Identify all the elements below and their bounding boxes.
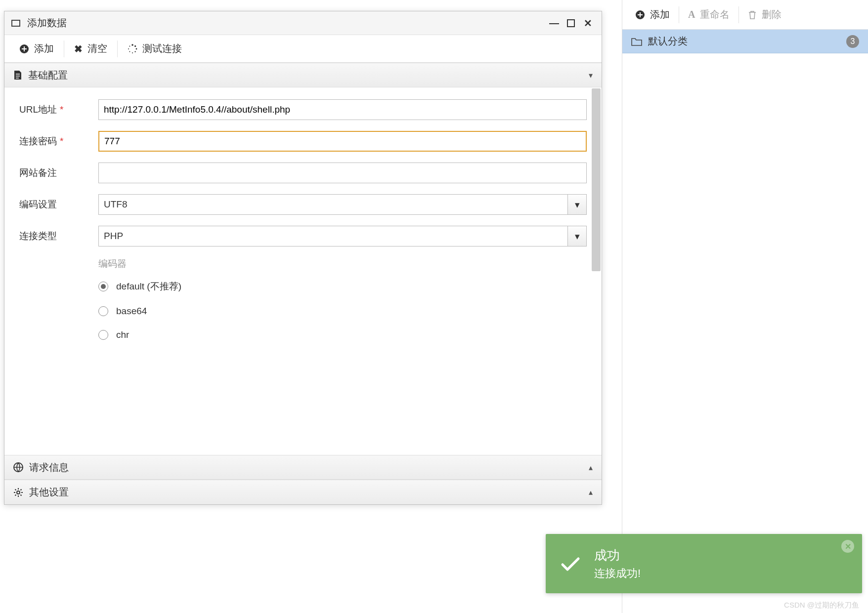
section-basic-title: 基础配置 [28,69,68,82]
folder-icon [631,37,642,46]
form-row-password: 连接密码* [19,131,587,152]
form-row-note: 网站备注 [19,163,587,183]
x-icon: ✖ [74,43,83,55]
encoding-label: 编码设置 [19,198,98,211]
password-label: 连接密码* [19,135,98,148]
encoder-chr-label: chr [116,329,129,340]
spinner-icon [128,44,137,54]
right-toolbar: 添加 A 重命名 删除 [622,0,868,30]
radio-icon [98,330,108,340]
section-other-title: 其他设置 [29,486,69,499]
encoding-select[interactable]: UTF8 ▾ [98,194,587,215]
category-item-default[interactable]: 默认分类 3 [622,30,868,53]
trash-icon [748,10,757,20]
category-count-badge: 3 [846,35,859,48]
add-data-dialog: 添加数据 — ✕ 添加 ✖ 清空 测试连接 基础配 [4,11,602,505]
toolbar-clear-button[interactable]: ✖ 清空 [64,35,117,62]
chevron-up-icon: ▴ [589,463,593,472]
radio-icon [98,282,108,291]
right-panel: 添加 A 重命名 删除 默认分类 3 [622,0,868,613]
encoder-section: 编码器 default (不推荐) base64 chr [98,257,587,340]
svg-point-10 [129,45,130,46]
svg-point-9 [128,48,129,49]
toolbar-add-label: 添加 [34,42,54,55]
svg-point-4 [134,45,136,46]
encoding-value: UTF8 [104,199,128,210]
plus-circle-icon [19,44,29,54]
encoder-base64-label: base64 [116,306,147,317]
note-label: 网站备注 [19,166,98,179]
add-category-label: 添加 [650,8,670,21]
gear-icon [13,488,23,497]
minimize-button[interactable]: — [547,16,561,30]
document-icon [13,70,22,80]
scrollbar-thumb[interactable] [592,88,601,271]
dialog-titlebar[interactable]: 添加数据 — ✕ [4,11,602,35]
svg-point-6 [134,51,135,52]
globe-icon [13,462,23,472]
success-toast: 成功 连接成功! ✕ [546,534,862,593]
type-select[interactable]: PHP ▾ [98,226,587,246]
encoder-option-chr[interactable]: chr [98,329,587,340]
section-basic-header[interactable]: 基础配置 ▾ [4,63,602,87]
toolbar-add-button[interactable]: 添加 [9,35,64,62]
rename-label: 重命名 [700,8,730,21]
svg-rect-1 [567,20,574,27]
encoder-default-label: default (不推荐) [116,280,181,293]
chevron-down-icon: ▾ [567,195,586,214]
section-other-header[interactable]: 其他设置 ▴ [4,480,602,504]
watermark: CSDN @过期的秋刀鱼 [784,601,859,610]
maximize-button[interactable] [564,16,578,30]
radio-icon [98,306,108,316]
toolbar-test-button[interactable]: 测试连接 [118,35,192,62]
type-value: PHP [104,231,123,242]
section-request-header[interactable]: 请求信息 ▴ [4,455,602,480]
svg-point-5 [136,48,137,49]
url-label: URL地址* [19,103,98,116]
toast-title: 成功 [594,547,641,564]
delete-label: 删除 [762,8,781,21]
chevron-down-icon: ▾ [567,226,586,246]
toolbar-clear-label: 清空 [87,42,107,55]
toast-body: 连接成功! [594,566,641,581]
svg-point-3 [131,44,133,46]
section-request-title: 请求信息 [29,461,69,474]
dialog-toolbar: 添加 ✖ 清空 测试连接 [4,35,602,63]
toolbar-test-label: 测试连接 [142,42,182,55]
svg-point-12 [17,491,20,494]
font-icon: A [688,9,695,20]
toast-close-button[interactable]: ✕ [841,540,854,553]
check-icon [559,552,582,575]
form-row-type: 连接类型 PHP ▾ [19,226,587,246]
rename-button[interactable]: A 重命名 [679,0,738,29]
section-basic-body: ▲ URL地址* 连接密码* 网站备注 编码设置 [4,87,602,455]
svg-point-8 [129,51,130,52]
chevron-down-icon: ▾ [589,71,593,80]
url-input[interactable] [98,99,587,120]
password-input[interactable] [98,131,587,152]
encoder-option-base64[interactable]: base64 [98,306,587,317]
encoder-option-default[interactable]: default (不推荐) [98,280,587,293]
delete-button[interactable]: 删除 [739,0,790,29]
category-name: 默认分类 [648,35,688,48]
type-label: 连接类型 [19,230,98,243]
add-category-button[interactable]: 添加 [626,0,679,29]
window-icon [11,20,20,27]
form-row-url: URL地址* [19,99,587,120]
encoder-title: 编码器 [98,257,587,270]
chevron-up-icon: ▴ [589,488,593,497]
note-input[interactable] [98,163,587,183]
form-row-encoding: 编码设置 UTF8 ▾ [19,194,587,215]
plus-circle-icon [635,10,645,20]
dialog-title: 添加数据 [27,16,67,30]
close-button[interactable]: ✕ [581,16,595,30]
svg-point-7 [132,52,133,53]
